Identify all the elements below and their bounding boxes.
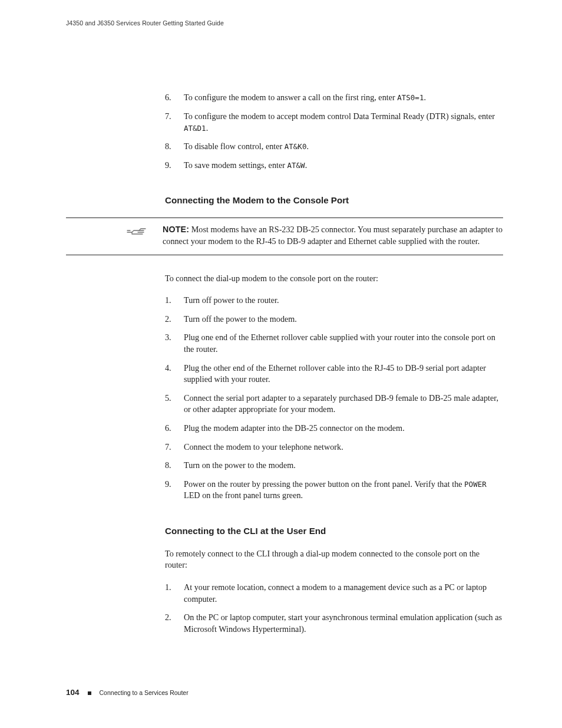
step-text: At your remote location, connect a modem… [184,582,503,605]
step-number: 1. [165,582,184,605]
steps-list-2: 1.Turn off power to the router. 2.Turn o… [165,295,503,502]
step-text: Plug the modem adapter into the DB-25 co… [184,423,503,434]
step-item: 6. To configure the modem to answer a ca… [165,92,503,104]
step-pre: To save modem settings, enter [184,160,287,170]
step-number: 9. [165,479,184,502]
section-2-heading: Connecting the Modem to the Console Port [165,195,503,207]
step-number: 3. [165,332,184,355]
running-header: J4350 and J6350 Services Router Getting … [66,19,503,27]
step-item: 9. Power on the router by pressing the p… [165,479,503,502]
steps-list-1: 6. To configure the modem to answer a ca… [165,92,503,171]
page: J4350 and J6350 Services Router Getting … [0,0,562,728]
page-footer: 104 Connecting to a Services Router [66,687,189,699]
step-code: AT&D1 [184,124,206,133]
step-item: 1.At your remote location, connect a mod… [165,582,503,605]
step-item: 9. To save modem settings, enter AT&W. [165,160,503,172]
step-item: 8.Turn on the power to the modem. [165,460,503,472]
step-post: . [206,123,209,133]
step-item: 7.Connect the modem to your telephone ne… [165,442,503,453]
step-text: Turn off power to the router. [184,295,503,307]
step-code: AT&K0 [285,142,307,151]
step-pre: To configure the modem to answer a call … [184,93,397,102]
section-2-body: To connect the dial-up modem to the cons… [165,273,503,635]
step-number: 2. [165,612,184,635]
step-text: To configure the modem to answer a call … [184,92,503,104]
step-number: 9. [165,160,184,172]
step-number: 8. [165,141,184,153]
note-block: NOTE: Most modems have an RS-232 DB-25 c… [66,218,503,255]
page-number: 104 [66,687,80,699]
step-code: AT&W [287,161,305,170]
step-text: Power on the router by pressing the powe… [184,479,503,502]
step-number: 6. [165,92,184,104]
step-number: 7. [165,111,184,134]
step-item: 3.Plug one end of the Ethernet rollover … [165,332,503,355]
step-text: On the PC or laptop computer, start your… [184,612,503,635]
step-number: 1. [165,295,184,307]
step-text: Plug the other end of the Ethernet rollo… [184,363,503,386]
step-item: 2.On the PC or laptop computer, start yo… [165,612,503,635]
step-text: Turn on the power to the modem. [184,460,503,472]
step-text: Turn off the power to the modem. [184,314,503,325]
section-3-intro: To remotely connect to the CLI through a… [165,548,503,571]
note-label: NOTE: [163,225,189,234]
step-item: 8. To disable flow control, enter AT&K0. [165,141,503,153]
step-number: 5. [165,393,184,416]
step-number: 4. [165,363,184,386]
step-item: 4.Plug the other end of the Ethernet rol… [165,363,503,386]
step-post: LED on the front panel turns green. [184,490,303,500]
step-post: . [424,93,426,102]
step-item: 1.Turn off power to the router. [165,295,503,307]
section-1-continuation: 6. To configure the modem to answer a ca… [165,92,503,207]
step-pre: Power on the router by pressing the powe… [184,479,464,489]
step-item: 7. To configure the modem to accept mode… [165,111,503,134]
step-code: ATS0=1 [397,93,424,102]
step-pre: To disable flow control, enter [184,141,285,151]
step-post: . [306,141,309,151]
step-item: 2.Turn off the power to the modem. [165,314,503,325]
step-text: Connect the modem to your telephone netw… [184,442,503,453]
step-text: Plug one end of the Ethernet rollover ca… [184,332,503,355]
step-number: 7. [165,442,184,453]
step-number: 2. [165,314,184,325]
step-text: To configure the modem to accept modem c… [184,111,503,134]
footer-square-icon [88,691,91,695]
step-text: To save modem settings, enter AT&W. [184,160,503,172]
step-code: POWER [464,480,487,489]
note-body: Most modems have an RS-232 DB-25 connect… [163,225,503,246]
steps-list-3: 1.At your remote location, connect a mod… [165,582,503,635]
footer-section-label: Connecting to a Services Router [100,689,189,697]
step-item: 6.Plug the modem adapter into the DB-25 … [165,423,503,434]
step-item: 5.Connect the serial port adapter to a s… [165,393,503,416]
step-text: To disable flow control, enter AT&K0. [184,141,503,153]
step-post: . [305,160,308,170]
section-3-heading: Connecting to the CLI at the User End [165,525,503,538]
step-text: Connect the serial port adapter to a sep… [184,393,503,416]
step-number: 6. [165,423,184,434]
note-text: NOTE: Most modems have an RS-232 DB-25 c… [163,224,503,247]
note-hand-icon [66,225,163,241]
step-number: 8. [165,460,184,472]
step-pre: To configure the modem to accept modem c… [184,111,495,121]
section-2-intro: To connect the dial-up modem to the cons… [165,273,503,285]
